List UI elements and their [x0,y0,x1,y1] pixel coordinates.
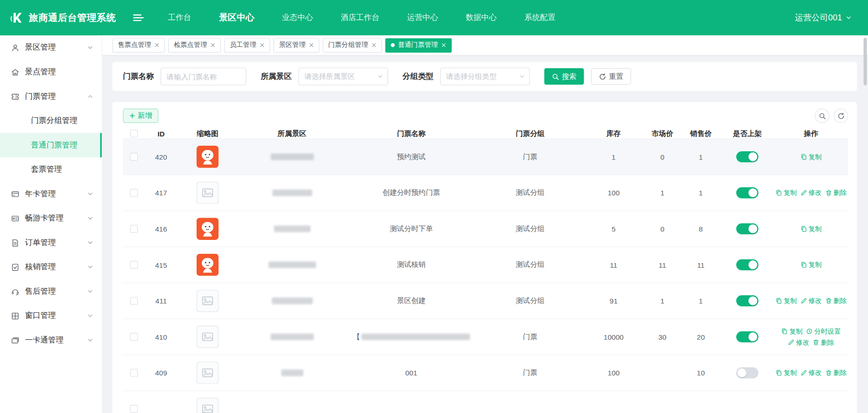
sidebar-item-label: 畅游卡管理 [25,213,82,223]
action-edit[interactable]: 修改 [788,338,810,347]
filter-ticket-name: 门票名称 [123,68,246,85]
cell-select [123,225,145,233]
tab[interactable]: 售票点管理 [112,38,165,52]
shelf-toggle[interactable] [736,151,759,162]
action-copy[interactable]: 复制 [781,327,803,336]
search-button[interactable]: 搜索 [544,68,584,85]
reset-button[interactable]: 重置 [591,68,631,85]
table-row: 420预约测试门票101复制 [123,139,848,175]
shelf-toggle[interactable] [736,187,759,199]
add-button[interactable]: 新增 [123,109,158,123]
action-copy[interactable]: 复制 [800,224,822,233]
verify-icon [11,263,19,271]
action-delete[interactable]: 删除 [825,368,847,377]
tab-close-icon[interactable] [154,43,160,48]
sidebar-item[interactable]: 一卡通管理 [0,328,102,353]
search-icon [818,112,826,120]
group-type-select[interactable]: 请选择分组类型 [440,68,530,85]
cell-ticket-group: 测试分组 [477,296,583,306]
row-checkbox[interactable] [130,297,138,305]
row-checkbox[interactable] [130,189,138,197]
row-checkbox[interactable] [130,225,138,233]
cell-ticket-name: 【 [346,332,477,342]
app-logo[interactable]: 旅商通后台管理系统 [10,11,116,25]
row-checkbox[interactable] [130,369,138,377]
action-delete[interactable]: 删除 [825,296,847,305]
top-nav-item[interactable]: 业态中心 [282,13,313,22]
shelf-toggle[interactable] [736,331,759,342]
ticket-name-input[interactable] [160,68,246,85]
select-all-checkbox[interactable] [130,129,138,137]
tab[interactable]: 检票点管理 [168,38,221,52]
top-nav-item[interactable]: 系统配置 [524,13,555,22]
sidebar-subitem[interactable]: 门票分组管理 [0,109,102,133]
table-row: 410【门票100003020复制分时设置修改删除 [123,319,848,355]
menu-collapse-icon[interactable] [133,13,144,22]
tab-close-icon[interactable] [309,43,314,48]
action-edit[interactable]: 修改 [800,296,822,305]
tab-close-icon[interactable] [260,43,265,48]
ticket-name-text: 测试核销 [397,260,426,270]
active-tab-dot [391,43,395,47]
sidebar-item[interactable]: 景区管理 [0,35,102,60]
cell-select [123,261,145,269]
action-copy[interactable]: 复制 [775,368,797,377]
action-clock[interactable]: 分时设置 [806,327,841,336]
action-edit[interactable]: 修改 [800,368,822,377]
company-selector[interactable]: 运营公司001 [795,13,851,23]
shelf-toggle[interactable] [736,295,759,306]
tab-label: 员工管理 [230,40,256,50]
shelf-toggle[interactable] [736,259,759,271]
top-nav-item[interactable]: 景区中心 [219,12,254,24]
tab-close-icon[interactable] [211,43,216,48]
ticket-name-text: 测试分时下单 [389,224,433,233]
sidebar-item[interactable]: 景点管理 [0,60,102,84]
plus-icon [129,112,135,119]
placeholder-thumbnail [197,326,219,348]
sidebar-item[interactable]: 订单管理 [0,231,102,255]
row-checkbox[interactable] [130,261,138,269]
action-copy[interactable]: 复制 [800,260,822,270]
top-nav-item[interactable]: 数据中心 [466,13,497,22]
scenic-select[interactable]: 请选择所属景区 [299,68,388,85]
placeholder-thumbnail [197,290,219,312]
table-refresh-button[interactable] [834,109,848,123]
tab[interactable]: 门票分组管理 [323,38,382,52]
tab-close-icon[interactable] [371,43,377,48]
placeholder-thumbnail [197,398,219,413]
sidebar-item[interactable]: 核销管理 [0,255,102,279]
top-nav-item[interactable]: 运营中心 [407,13,438,22]
action-edit[interactable]: 修改 [800,188,822,197]
tab-close-icon[interactable] [441,43,447,48]
tab[interactable]: 员工管理 [224,38,270,52]
sidebar-subitem[interactable]: 套票管理 [0,157,102,182]
action-copy[interactable]: 复制 [800,152,822,161]
table-search-button[interactable] [815,109,829,123]
sidebar-item[interactable]: 窗口管理 [0,303,102,328]
sidebar-item[interactable]: 年卡管理 [0,182,102,206]
action-copy[interactable]: 复制 [775,296,797,305]
tab[interactable]: 景区管理 [274,38,319,52]
sidebar-subitem[interactable]: 普通门票管理 [0,133,102,158]
shelf-toggle[interactable] [736,223,759,234]
table-body: 420预约测试门票101复制417创建分时预约门票测试分组10011复制修改删除… [123,139,848,413]
shelf-toggle[interactable] [736,368,759,379]
sidebar-item[interactable]: 畅游卡管理 [0,206,102,231]
column-header: 操作 [774,129,848,138]
action-delete[interactable]: 删除 [825,188,847,197]
sidebar-item[interactable]: 门票管理 [0,84,102,109]
row-checkbox[interactable] [130,405,138,413]
edit-icon [800,189,807,196]
tab[interactable]: 普通门票管理 [385,38,452,52]
action-delete[interactable]: 删除 [813,338,835,347]
cell-select [123,333,145,341]
sidebar-item[interactable]: 售后管理 [0,279,102,304]
cell-sale-price: 20 [681,333,721,341]
row-checkbox[interactable] [130,333,138,341]
filter-bar: 门票名称 所属景区 请选择所属景区 分组类型 请选择分组类型 [112,62,857,91]
row-checkbox[interactable] [130,153,138,161]
top-nav-item[interactable]: 工作台 [168,13,191,22]
action-copy[interactable]: 复制 [775,188,797,197]
scrollbar-thumb[interactable] [863,38,867,85]
top-nav-item[interactable]: 酒店工作台 [341,13,380,22]
